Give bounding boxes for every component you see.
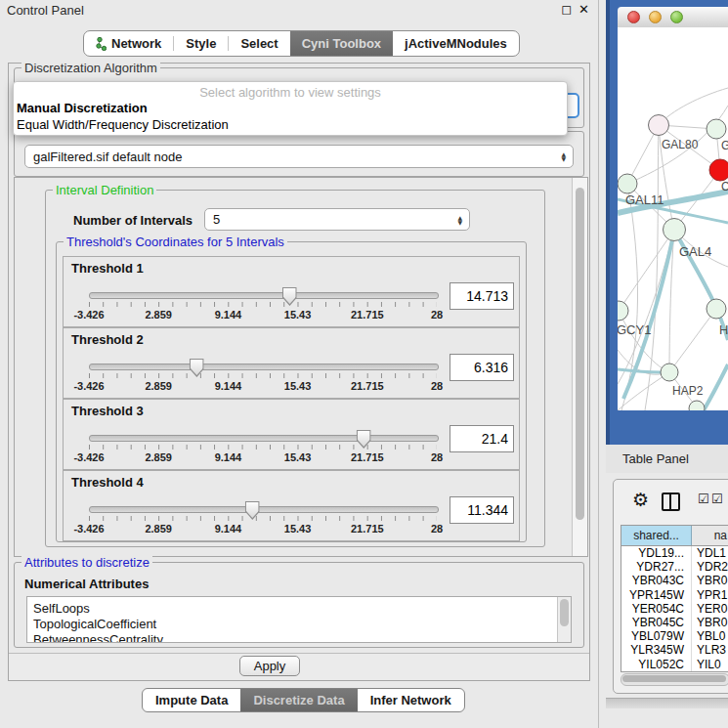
slider-track[interactable] bbox=[89, 435, 439, 442]
table-cell[interactable]: YER0 bbox=[692, 602, 728, 616]
tab-style[interactable]: Style bbox=[174, 31, 228, 56]
table-row[interactable]: YBL079WYBL0 bbox=[621, 629, 728, 643]
algorithm-placeholder-option[interactable]: Select algorithm to view settings bbox=[14, 82, 567, 100]
threshold-slider[interactable]: -3.4262.8599.14415.4321.71528 bbox=[89, 429, 439, 462]
table-row[interactable]: YLR345WYLR3 bbox=[621, 643, 728, 657]
table-row[interactable]: YER054CYER0 bbox=[621, 602, 728, 616]
slider-track[interactable] bbox=[89, 292, 439, 299]
table-cell[interactable]: YDR2 bbox=[692, 560, 728, 574]
column-header-shared[interactable]: shared... bbox=[621, 526, 692, 545]
zoom-traffic-light-icon[interactable] bbox=[670, 11, 683, 23]
number-of-intervals-combobox[interactable]: 5 ▲▼ bbox=[204, 208, 470, 231]
algorithm-option-equal-width[interactable]: Equal Width/Frequency Discretization bbox=[14, 116, 567, 133]
columns-icon[interactable] bbox=[662, 492, 680, 511]
node-gal11[interactable] bbox=[618, 174, 637, 193]
control-panel-tab-bar: Network Style Select Cyni Toolbox jActiv… bbox=[83, 30, 520, 57]
gear-icon[interactable]: ⚙ bbox=[632, 489, 649, 510]
node-partial[interactable] bbox=[689, 401, 705, 410]
horizontal-scrollbar[interactable] bbox=[621, 673, 728, 686]
close-traffic-light-icon[interactable] bbox=[627, 11, 640, 23]
table-row[interactable]: YDR27...YDR2 bbox=[621, 560, 728, 574]
threshold-value-field[interactable] bbox=[450, 282, 514, 310]
table-cell[interactable]: YBL0 bbox=[692, 629, 728, 643]
apply-row: Apply bbox=[9, 654, 589, 680]
apply-button[interactable]: Apply bbox=[239, 656, 300, 676]
table-row[interactable]: YBR045CYBR0 bbox=[621, 616, 728, 629]
table-cell[interactable]: YIL052C bbox=[621, 658, 692, 671]
node-gal4[interactable] bbox=[664, 219, 686, 241]
minimize-traffic-light-icon[interactable] bbox=[649, 11, 662, 23]
slider-track[interactable] bbox=[89, 364, 439, 370]
slider-track[interactable] bbox=[89, 506, 439, 513]
spinner-arrows-icon[interactable]: ▲▼ bbox=[457, 215, 462, 225]
table-row[interactable]: YBR043CYBR0 bbox=[621, 574, 728, 587]
node-h[interactable] bbox=[707, 299, 726, 319]
algorithm-option-manual[interactable]: Manual Discretization bbox=[14, 100, 567, 116]
thresholds-group: Threshold's Coordinates for 5 Intervals … bbox=[56, 241, 527, 542]
tab-select[interactable]: Select bbox=[229, 31, 289, 56]
tick-label: 9.144 bbox=[215, 451, 242, 463]
table-row[interactable]: YPR145WYPR1 bbox=[621, 588, 728, 602]
table-row[interactable]: YIL052CYIL0 bbox=[621, 658, 728, 671]
node-hap2[interactable] bbox=[661, 364, 678, 381]
tick-label: 21.715 bbox=[351, 451, 384, 463]
network-nodes[interactable] bbox=[618, 115, 728, 411]
node-g[interactable] bbox=[707, 119, 726, 139]
threshold-value-field[interactable] bbox=[450, 425, 514, 452]
list-item[interactable]: BetweennessCentrality bbox=[27, 632, 571, 643]
node-red-selected[interactable] bbox=[709, 159, 728, 181]
tab-network[interactable]: Network bbox=[84, 31, 173, 56]
table-cell[interactable]: YPR145W bbox=[621, 588, 692, 602]
table-cell[interactable]: YLR3 bbox=[692, 643, 728, 657]
scrollbar-thumb[interactable] bbox=[576, 188, 584, 520]
threshold-slider[interactable]: -3.4262.8599.14415.4321.71528 bbox=[89, 500, 439, 534]
spinner-arrows-icon[interactable]: ▲▼ bbox=[561, 151, 566, 161]
checkbox-icon[interactable]: ☑ bbox=[698, 492, 709, 506]
tab-network-label: Network bbox=[111, 31, 161, 56]
interval-scrollpane: Interval Definition Number of Intervals … bbox=[14, 177, 588, 557]
tab-jactivemnodules[interactable]: jActiveMNodules bbox=[393, 31, 519, 56]
list-item[interactable]: TopologicalCoefficient bbox=[27, 617, 571, 632]
network-canvas[interactable]: GAL80 G C GAL11 GAL4 GCY1 H HAP2 bbox=[618, 27, 728, 410]
table-cell[interactable]: YPR1 bbox=[692, 588, 728, 602]
tab-cyni-toolbox[interactable]: Cyni Toolbox bbox=[290, 31, 393, 56]
threshold-value-field[interactable] bbox=[450, 354, 514, 381]
table-panel-inner: ⚙ ☑ ☑ shared... na YDL19...YDL1YDR27...Y… bbox=[613, 479, 728, 694]
table-cell[interactable]: YBR045C bbox=[621, 616, 692, 629]
node-label: HAP2 bbox=[672, 384, 704, 398]
table-row[interactable]: YDL19...YDL1 bbox=[621, 546, 728, 560]
table-data-combobox[interactable]: galFiltered.sif default node ▲▼ bbox=[24, 145, 574, 168]
tab-discretize-data[interactable]: Discretize Data bbox=[240, 689, 357, 711]
control-panel-titlebar: Control Panel ◻ ✕ bbox=[0, 0, 598, 20]
table-cell[interactable]: YDR27... bbox=[621, 560, 692, 574]
close-window-icon[interactable]: ✕ bbox=[578, 2, 589, 17]
table-cell[interactable]: YLR345W bbox=[621, 643, 692, 657]
tab-jactivemnodules-label: jActiveMNodules bbox=[405, 31, 507, 56]
threshold-value-field[interactable] bbox=[450, 496, 514, 524]
threshold-slider[interactable]: -3.4262.8599.14415.4321.71528 bbox=[89, 286, 439, 320]
table-cell[interactable]: YER054C bbox=[621, 602, 692, 616]
table-cell[interactable]: YBR0 bbox=[692, 574, 728, 587]
tab-impute-data[interactable]: Impute Data bbox=[143, 689, 240, 711]
column-header-name[interactable]: na bbox=[692, 526, 728, 545]
table-cell[interactable]: YBR043C bbox=[621, 574, 692, 587]
numerical-attributes-list[interactable]: SelfLoopsTopologicalCoefficientBetweenne… bbox=[26, 596, 572, 643]
table-cell[interactable]: YDL19... bbox=[621, 546, 692, 560]
table-cell[interactable]: YIL0 bbox=[692, 658, 728, 671]
tab-infer-network[interactable]: Infer Network bbox=[358, 689, 464, 711]
list-vertical-scrollbar[interactable] bbox=[557, 597, 571, 642]
vertical-scrollbar[interactable] bbox=[572, 178, 587, 556]
threshold-panel: Threshold 3 -3.4262.8599.14415.4321.7152… bbox=[63, 399, 520, 470]
checkbox-icon[interactable]: ☑ bbox=[711, 492, 723, 506]
table-cell[interactable]: YBL079W bbox=[621, 629, 692, 643]
threshold-slider[interactable]: -3.4262.8599.14415.4321.71528 bbox=[89, 358, 439, 391]
list-item[interactable]: SelfLoops bbox=[27, 601, 571, 617]
table-cell[interactable]: YBR0 bbox=[692, 616, 728, 629]
node-gal80[interactable] bbox=[649, 115, 669, 136]
table-cell[interactable]: YDL1 bbox=[692, 546, 728, 560]
float-window-icon[interactable]: ◻ bbox=[561, 2, 572, 17]
scrollbar-thumb[interactable] bbox=[560, 599, 569, 626]
node-gcy1[interactable] bbox=[618, 301, 628, 321]
network-window-titlebar bbox=[618, 7, 728, 28]
scrollbar-thumb[interactable] bbox=[622, 675, 726, 682]
